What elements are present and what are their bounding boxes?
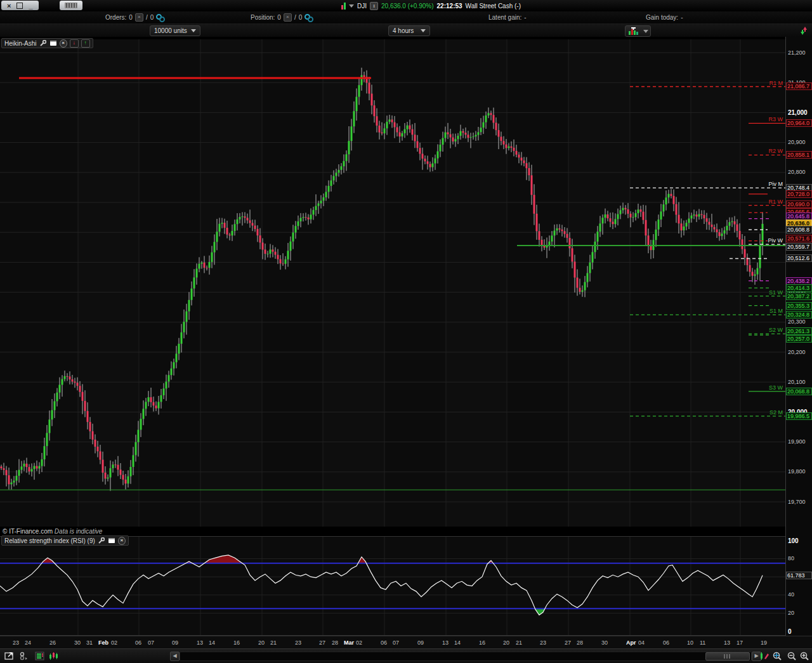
restore-window-button[interactable] — [16, 3, 23, 9]
latent-gain-group: Latent gain: - — [488, 11, 527, 23]
price-axis[interactable]: 21,20021,10021,00020,90020,80020,70020,4… — [785, 37, 812, 636]
orders-count2: 0 — [150, 14, 154, 21]
timeframe-dropdown[interactable]: 4 hours — [388, 25, 430, 36]
price-tick: 21,000 — [786, 109, 812, 116]
keyboard-icon — [65, 3, 77, 8]
chart-style-label: Heikin-Ashi — [4, 40, 37, 47]
units-dropdown[interactable]: 10000 units — [150, 25, 200, 36]
wrench-icon[interactable] — [98, 537, 105, 544]
svg-text:S2 W: S2 W — [769, 327, 783, 333]
trading-app-window: × _ DJI i 20,636.0 (+0.90%) 22:12:53 Wal… — [0, 0, 812, 663]
price-level-label: 20,387.2 — [786, 292, 812, 300]
chart-type-button[interactable] — [48, 651, 59, 661]
date-label: 13 — [724, 640, 730, 646]
buy-button[interactable]: ↑ — [81, 39, 90, 48]
price-level-label: 20,257.0 — [786, 335, 812, 343]
position-slash: / — [294, 14, 296, 21]
zoom-out-button[interactable] — [787, 651, 797, 661]
price-level-label: 20,858.1 — [786, 151, 812, 159]
sell-button[interactable]: ↓ — [70, 39, 79, 48]
orders-list-icon[interactable]: × — [135, 13, 143, 22]
date-label: 23 — [540, 640, 546, 646]
date-label: 09 — [172, 640, 178, 646]
svg-text:R1 M: R1 M — [769, 80, 783, 86]
gain-today-value: - — [681, 14, 683, 21]
position-list-icon[interactable]: × — [284, 13, 292, 22]
date-label: 17 — [737, 640, 743, 646]
timeframe-label: 4 hours — [393, 27, 414, 34]
price-level-label: 20,414.3 — [786, 284, 812, 292]
date-label: 27 — [565, 640, 571, 646]
orders-settings-icon[interactable] — [156, 14, 164, 22]
date-label: 14 — [454, 640, 461, 646]
trade-list-button[interactable] — [34, 651, 45, 661]
scroll-left-button[interactable]: ◀ — [170, 652, 180, 661]
price-level-label: 20,438.2 — [786, 277, 812, 285]
rsi-label: Relative strength index (RSI) (9) — [4, 537, 95, 544]
minimize-window-button[interactable]: _ — [29, 2, 32, 10]
date-label: 21 — [270, 640, 277, 646]
clock: 22:12:53 — [437, 3, 462, 10]
orders-group: Orders: 0 × / 0 — [105, 11, 164, 23]
latent-gain-value: - — [524, 14, 526, 21]
price-tick: 19,700 — [786, 499, 812, 506]
svg-text:S3 W: S3 W — [769, 384, 783, 391]
symbol-label: DJI — [357, 3, 367, 10]
instrument-info: DJI i 20,636.0 (+0.90%) 22:12:53 Wall St… — [341, 0, 521, 11]
price-level-label: 20,571.6 — [786, 235, 812, 242]
detach-window-button[interactable] — [4, 651, 15, 661]
date-label: 30 — [74, 640, 81, 646]
date-label: 02 — [111, 640, 117, 646]
price-tick: 20,100 — [786, 379, 812, 386]
date-label: Feb — [98, 640, 108, 646]
close-window-button[interactable]: × — [7, 2, 11, 10]
date-axis[interactable]: 2324263031Feb020607091314162021232728Mar… — [0, 636, 812, 649]
close-icon[interactable]: × — [60, 40, 67, 47]
position-settings-icon[interactable] — [304, 14, 313, 22]
price-level-label: 21,086.7 — [786, 82, 812, 90]
svg-text:S1 M: S1 M — [769, 308, 783, 314]
copyright-text: © IT-Finance.com — [3, 528, 53, 535]
rsi-chart-canvas[interactable] — [0, 536, 785, 636]
price-tick: 19,800 — [786, 468, 812, 475]
position-count2: 0 — [299, 14, 303, 21]
rsi-indicator-tab: Relative strength index (RSI) (9) × — [1, 535, 129, 546]
price-tick: 20,200 — [786, 349, 812, 356]
add-chart-icon — [627, 27, 641, 36]
orders-count: 0 — [129, 14, 133, 21]
date-label: 28 — [332, 640, 338, 646]
date-label: 20 — [503, 640, 509, 646]
annotate-chart-button[interactable] — [759, 651, 769, 661]
price-chart[interactable]: R1 MR3 WR2 WPiv MR1 WPiv WS1 WS1 MS2 WS3… — [0, 39, 785, 527]
date-label: 23 — [295, 640, 301, 646]
zoom-fit-button[interactable] — [772, 651, 783, 661]
zoom-in-button[interactable] — [799, 651, 810, 661]
date-label: 21 — [516, 640, 522, 646]
price-level-label: 20,608.8 — [786, 226, 812, 233]
order-history-button[interactable] — [18, 651, 29, 661]
latent-gain-label: Latent gain: — [488, 14, 521, 21]
chart-scrollbar[interactable] — [180, 652, 752, 661]
rsi-chart[interactable] — [0, 536, 785, 636]
close-icon[interactable]: × — [118, 537, 126, 544]
chart-style-tab: Heikin-Ashi × ↓ ↑ — [1, 38, 93, 48]
keyboard-button[interactable] — [60, 1, 82, 10]
price-tick: 21,200 — [786, 49, 812, 56]
window-icon[interactable] — [49, 40, 57, 47]
instrument-dropdown-arrow-icon[interactable] — [349, 4, 354, 8]
buy-sell-arrows-button[interactable] — [798, 25, 809, 36]
price-level-label: 20,964.0 — [786, 119, 812, 127]
price-tick: 20,900 — [786, 139, 812, 146]
date-label: 02 — [356, 640, 362, 646]
date-label: 27 — [319, 640, 325, 646]
info-icon[interactable]: i — [370, 2, 378, 10]
date-label: 09 — [417, 640, 424, 646]
add-indicator-button[interactable] — [625, 25, 651, 37]
scrollbar-thumb[interactable] — [705, 652, 750, 660]
window-icon[interactable] — [108, 537, 115, 544]
gain-today-label: Gain today: — [646, 14, 678, 21]
wrench-icon[interactable] — [39, 40, 47, 47]
price-chart-canvas[interactable]: R1 MR3 WR2 WPiv MR1 WPiv WS1 WS1 MS2 WS3… — [0, 39, 785, 527]
position-group: Position: 0 × / 0 — [251, 11, 313, 23]
date-label: 13 — [197, 640, 203, 646]
